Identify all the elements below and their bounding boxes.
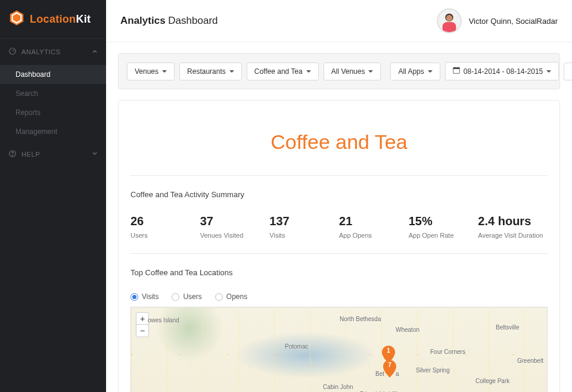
content: Venues Restaurants Coffee and Tea All Ve… xyxy=(106,42,572,392)
filter-coffee-tea[interactable]: Coffee and Tea xyxy=(247,63,319,80)
metric-users[interactable]: Users xyxy=(172,293,201,301)
radio-icon xyxy=(130,293,138,301)
stat-venues-visited: 37 Venues Visited xyxy=(200,214,270,239)
sidebar-item-search[interactable]: Search xyxy=(0,84,106,103)
chevron-up-icon xyxy=(92,48,98,55)
nav-section-analytics: ANALYTICS Dashboard Search Reports Manag… xyxy=(0,39,106,141)
radio-icon xyxy=(215,293,223,301)
nav-head-help[interactable]: HELP xyxy=(0,141,106,167)
logo-mark-icon xyxy=(8,10,25,29)
filter-all-apps[interactable]: All Apps xyxy=(390,63,440,80)
nav-items-analytics: Dashboard Search Reports Management xyxy=(0,65,106,141)
divider xyxy=(130,175,548,176)
locations-title: Top Coffee and Tea Locations xyxy=(130,268,548,277)
svg-point-8 xyxy=(446,15,452,21)
nav-head-label: ANALYTICS xyxy=(21,48,61,55)
sidebar-item-dashboard[interactable]: Dashboard xyxy=(0,65,106,84)
nav-head-analytics[interactable]: ANALYTICS xyxy=(0,39,106,65)
sidebar-item-management[interactable]: Management xyxy=(0,122,106,141)
nav-section-help: HELP xyxy=(0,141,106,167)
map-tiles xyxy=(131,307,547,392)
category-title: Coffee and Tea xyxy=(130,130,548,154)
filter-apply-button[interactable]: Filter xyxy=(564,63,572,80)
main: Analytics Dashboard Victor Quinn, Social… xyxy=(106,0,572,392)
caret-down-icon xyxy=(306,70,311,73)
metric-radio-row: Visits Users Opens xyxy=(130,293,548,301)
help-icon xyxy=(8,150,17,159)
topbar: Analytics Dashboard Victor Quinn, Social… xyxy=(106,0,572,42)
calendar-icon xyxy=(453,67,460,76)
svg-rect-7 xyxy=(442,22,456,32)
avatar xyxy=(437,8,462,33)
caret-down-icon xyxy=(368,70,373,73)
user-chip[interactable]: Victor Quinn, SocialRadar xyxy=(437,8,558,33)
zoom-out-button[interactable]: − xyxy=(136,325,148,337)
metric-opens[interactable]: Opens xyxy=(215,293,247,301)
stat-app-open-rate: 15% App Open Rate xyxy=(409,214,478,239)
sidebar-item-reports[interactable]: Reports xyxy=(0,103,106,122)
metric-visits[interactable]: Visits xyxy=(130,293,158,301)
brand-name: LocationKit xyxy=(30,13,91,26)
date-range-picker[interactable]: 08-14-2014 - 08-14-2015 xyxy=(445,62,559,80)
caret-down-icon xyxy=(229,70,234,73)
nav-head-label: HELP xyxy=(21,151,40,158)
filters-row: Venues Restaurants Coffee and Tea All Ve… xyxy=(118,53,560,89)
map-pin[interactable]: 7 xyxy=(383,360,396,378)
gauge-icon xyxy=(8,47,17,57)
pin-count: 7 xyxy=(383,362,396,368)
page-title: Analytics Dashboard xyxy=(120,15,218,27)
filter-all-venues[interactable]: All Venues xyxy=(324,63,381,80)
user-name: Victor Quinn, SocialRadar xyxy=(469,17,558,26)
filter-restaurants[interactable]: Restaurants xyxy=(179,63,242,80)
stat-avg-visit-duration: 2.4 hours Average Visit Duration xyxy=(478,214,548,239)
summary-stats: 26 Users 37 Venues Visited 137 Visits 21… xyxy=(130,214,548,239)
radio-icon xyxy=(172,293,179,301)
zoom-in-button[interactable]: + xyxy=(136,313,148,325)
main-panel: Coffee and Tea Coffee and Tea Activity S… xyxy=(118,100,560,392)
stat-users: 26 Users xyxy=(130,214,200,239)
filter-venues[interactable]: Venues xyxy=(127,63,175,80)
summary-title: Coffee and Tea Activity Summary xyxy=(130,190,548,199)
map[interactable]: + − owes IslandNorth BethesdaWheatonBelt… xyxy=(130,307,548,392)
stat-visits: 137 Visits xyxy=(269,214,339,239)
caret-down-icon xyxy=(162,70,167,73)
sidebar: LocationKit ANALYTICS Dashboard Search R… xyxy=(0,0,106,392)
stat-app-opens: 21 App Opens xyxy=(339,214,409,239)
chevron-down-icon xyxy=(92,151,98,158)
caret-down-icon xyxy=(546,70,551,73)
brand-logo[interactable]: LocationKit xyxy=(0,0,106,39)
caret-down-icon xyxy=(428,70,433,73)
map-zoom-controls: + − xyxy=(136,312,149,337)
svg-rect-10 xyxy=(453,68,460,69)
pin-count: 1 xyxy=(382,347,395,354)
divider xyxy=(130,253,548,254)
svg-point-5 xyxy=(13,155,13,155)
